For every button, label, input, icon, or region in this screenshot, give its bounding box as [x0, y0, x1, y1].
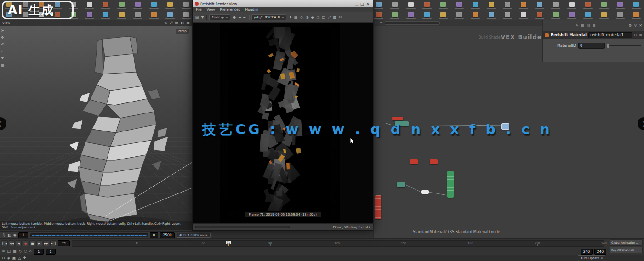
- viewport-display-icon[interactable]: ▣: [186, 21, 190, 25]
- shelf-tool-icon[interactable]: [146, 2, 162, 9]
- shelf-tool-icon[interactable]: [467, 2, 484, 9]
- transport-button[interactable]: ▶: [36, 240, 42, 246]
- auto-update-dropdown[interactable]: Auto Update▾: [578, 255, 605, 261]
- shelf-tool-icon[interactable]: [628, 12, 644, 19]
- menu-houdini[interactable]: Houdini: [245, 7, 259, 11]
- menu-preferences[interactable]: Preferences: [220, 7, 240, 11]
- shelf-tool-icon[interactable]: [467, 12, 484, 19]
- global-end-field[interactable]: 240: [594, 249, 606, 255]
- shelf-tool-icon[interactable]: [500, 12, 516, 19]
- snapshot-icon[interactable]: ▤: [195, 16, 199, 19]
- timeline-playhead[interactable]: 71: [228, 241, 229, 246]
- audio-option-icon[interactable]: ◧: [7, 233, 11, 237]
- pane-control-icon[interactable]: ✕: [639, 24, 642, 28]
- shelf-tool-icon[interactable]: [564, 12, 580, 19]
- render-option-icon[interactable]: ◑: [306, 16, 309, 19]
- shelf-tool-icon[interactable]: [162, 12, 178, 19]
- slider-handle[interactable]: [607, 44, 609, 48]
- shelf-tool-icon[interactable]: [451, 2, 467, 9]
- shelf-tool-icon[interactable]: [612, 2, 628, 9]
- range-start-field[interactable]: 1: [34, 249, 44, 255]
- playbar-aux-field3[interactable]: 2500: [160, 232, 175, 238]
- render-option-icon[interactable]: ◕: [311, 16, 314, 19]
- playbar-option-icon[interactable]: ◫: [7, 250, 11, 253]
- viewport-canvas[interactable]: Persp ➤✥⟲⌖✚▦ Left mouse button: tumble. …: [0, 26, 192, 230]
- shelf-tool-icon[interactable]: [130, 2, 146, 9]
- render-option-icon[interactable]: ▦: [294, 16, 298, 19]
- pane-tab-icon[interactable]: ⊞: [593, 24, 596, 28]
- shelf-tool-icon[interactable]: [419, 2, 435, 9]
- shelf-tool-icon[interactable]: [500, 2, 516, 9]
- viewport-display-icon[interactable]: ▦: [175, 21, 178, 25]
- shelf-tool-icon[interactable]: [484, 2, 500, 9]
- viewport-view-menu[interactable]: View: [2, 21, 10, 25]
- snap-icon[interactable]: ⊙: [2, 256, 5, 260]
- gallery-nav-icon[interactable]: ●: [233, 16, 236, 19]
- gallery-nav-icon[interactable]: ◄: [238, 16, 241, 19]
- shelf-tool-icon[interactable]: [596, 12, 612, 19]
- shelf-tool-icon[interactable]: [547, 12, 564, 19]
- render-camera-dropdown[interactable]: /obj/r_RSCE4_R▾: [251, 14, 287, 20]
- render-option-icon[interactable]: ✕: [339, 16, 342, 19]
- shelf-tool-icon[interactable]: [82, 12, 98, 19]
- viewport-tool-icon[interactable]: ⟲: [1, 43, 5, 46]
- network-node[interactable]: [410, 159, 418, 164]
- transport-button[interactable]: ■: [29, 240, 35, 246]
- shelf-tool-icon[interactable]: [371, 2, 387, 9]
- shelf-tool-icon[interactable]: [435, 12, 451, 19]
- viewport-tool-icon[interactable]: ▦: [1, 63, 5, 67]
- render-option-icon[interactable]: ⤢: [328, 16, 331, 19]
- shelf-tool-icon[interactable]: [516, 2, 532, 9]
- shelf-tool-icon[interactable]: [484, 12, 500, 19]
- transport-button[interactable]: ●: [23, 240, 28, 246]
- shelf-tool-icon[interactable]: [82, 2, 98, 9]
- render-option-icon[interactable]: □: [322, 16, 325, 19]
- pane-tab-icon[interactable]: ✎: [576, 24, 579, 28]
- playbar-aux-field2[interactable]: 0: [150, 232, 158, 238]
- shelf-tool-icon[interactable]: [419, 12, 435, 19]
- shelf-tool-icon[interactable]: [580, 2, 596, 9]
- viewport-tool-icon[interactable]: ⌖: [1, 50, 5, 53]
- playbar-option-icon[interactable]: ▦: [13, 250, 17, 253]
- playbar-aux-field1[interactable]: 1: [18, 232, 28, 238]
- render-option-icon[interactable]: ○: [317, 16, 320, 19]
- shelf-tool-icon[interactable]: [387, 2, 403, 9]
- shelf-tool-icon[interactable]: [564, 2, 580, 9]
- playbar-option-icon[interactable]: ◇: [19, 250, 22, 253]
- shelf-tool-icon[interactable]: [371, 12, 387, 19]
- gallery-dropdown[interactable]: Gallery▾: [209, 14, 230, 20]
- key-all-channels-button[interactable]: Key All Channels: [610, 247, 643, 253]
- shelf-tool-icon[interactable]: [547, 2, 564, 9]
- shelf-tool-icon[interactable]: [596, 2, 612, 9]
- snap-icon[interactable]: △: [18, 256, 21, 260]
- playbar-option-icon[interactable]: ○: [24, 250, 27, 253]
- shelf-tool-icon[interactable]: [516, 12, 532, 19]
- parameter-header-icon[interactable]: ≡: [639, 34, 642, 37]
- shelf-tool-icon[interactable]: [403, 12, 419, 19]
- minimize-button[interactable]: ▁: [354, 2, 359, 6]
- pane-tab-icon[interactable]: ▤: [587, 24, 590, 28]
- pane-tab-icon[interactable]: ▦: [581, 24, 585, 28]
- network-node[interactable]: [447, 171, 454, 198]
- shelf-tool-icon[interactable]: [146, 12, 162, 19]
- playbar-option-icon[interactable]: ⊞: [2, 250, 5, 253]
- audio-option-icon[interactable]: ◉: [13, 233, 17, 237]
- network-node[interactable]: [421, 190, 429, 194]
- parameter-slider[interactable]: [607, 45, 641, 46]
- pane-control-icon[interactable]: ⚲: [634, 24, 637, 28]
- shelf-tool-icon[interactable]: [162, 2, 178, 9]
- viewport-display-icon[interactable]: ⤢: [170, 21, 172, 25]
- range-end-field[interactable]: 240: [581, 249, 593, 255]
- render-option-icon[interactable]: ◔: [300, 16, 303, 19]
- transport-button[interactable]: ▶▕: [50, 240, 56, 246]
- parameter-value-field[interactable]: 0: [578, 43, 605, 49]
- render-option-icon[interactable]: ▩: [333, 16, 336, 19]
- parameter-header-icon[interactable]: ⊙: [634, 34, 637, 37]
- transport-button[interactable]: ▏◀: [2, 240, 8, 246]
- pane-control-icon[interactable]: ⚙: [628, 24, 632, 28]
- viewport-display-icon[interactable]: ⟲: [164, 21, 167, 25]
- network-node[interactable]: [392, 117, 403, 120]
- menu-file[interactable]: File: [196, 7, 202, 11]
- transport-button[interactable]: ◀◀: [9, 240, 15, 246]
- shelf-tool-icon[interactable]: [387, 12, 403, 19]
